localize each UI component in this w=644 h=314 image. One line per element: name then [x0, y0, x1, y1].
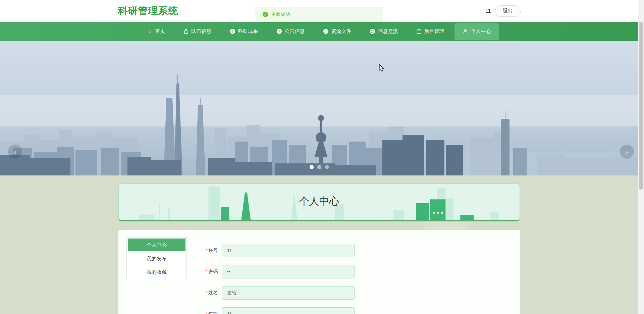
nav-item-label: 公告信息	[284, 28, 305, 35]
nav-item-label: 首页	[155, 28, 165, 35]
nav-item-label: 个人中心	[471, 28, 491, 35]
required-marker: *	[206, 269, 207, 274]
required-marker: *	[206, 290, 207, 295]
carousel-next-button[interactable]: ›	[620, 145, 634, 159]
account-input[interactable]	[222, 244, 355, 257]
carousel-dot-2[interactable]	[317, 165, 321, 169]
nav-item-label: 科研成果	[238, 28, 258, 35]
account-form-row: *账号	[198, 244, 355, 257]
sidebar-item-profile-center[interactable]: 个人中心	[128, 239, 185, 251]
password-input[interactable]	[222, 265, 355, 278]
site-title: 科研管理系统	[118, 4, 178, 18]
name-label: *姓名	[198, 290, 218, 296]
logout-button[interactable]: 退出	[495, 5, 521, 17]
age-label: *年龄	[198, 311, 218, 314]
city-skyline-image	[0, 41, 638, 175]
profile-sidebar-menu: 个人中心我的发布我的收藏	[126, 237, 187, 279]
carousel-dots	[310, 165, 329, 169]
user-icon	[463, 29, 468, 34]
nav-item-messages[interactable]: @信息交流	[362, 23, 406, 40]
nav-item-label: 后台管理	[424, 28, 444, 35]
required-marker: *	[206, 248, 207, 253]
password-label: *密码	[198, 269, 218, 275]
calendar-icon	[417, 29, 421, 34]
warning-icon: !	[230, 29, 235, 34]
sidebar-item-my-favorites[interactable]: 我的收藏	[127, 265, 186, 279]
page: 科研管理系统 11 退出 ✓ 更新成功 ☆首页队伍信息!科研成果?公告信息i资源…	[0, 0, 638, 314]
carousel-prev-button[interactable]: ‹	[8, 145, 22, 159]
nav-item-label: 队伍信息	[191, 28, 211, 35]
name-input[interactable]	[222, 286, 355, 300]
check-circle-icon: ✓	[263, 12, 268, 17]
password-form-row: *密码	[198, 265, 355, 278]
username-text: 11	[485, 8, 491, 14]
scrollbar-thumb[interactable]	[639, 22, 643, 190]
name-form-row: *姓名	[198, 286, 355, 300]
toast-message: 更新成功	[271, 11, 290, 17]
info-icon: i	[323, 29, 328, 34]
carousel-dot-3[interactable]	[325, 165, 329, 169]
content-card: 个人中心我的发布我的收藏 *账号*密码*姓名*年龄	[118, 230, 520, 314]
carousel-dot-1[interactable]	[310, 165, 314, 169]
main-navbar: ☆首页队伍信息!科研成果?公告信息i资源文件@信息交流后台管理个人中心	[0, 22, 638, 41]
sidebar-item-my-posts[interactable]: 我的发布	[127, 252, 186, 265]
lock-icon	[184, 29, 189, 34]
question-icon: ?	[277, 29, 282, 34]
at-icon: @	[370, 29, 375, 34]
nav-item-notice[interactable]: ?公告信息	[268, 23, 313, 40]
star-icon: ☆	[148, 29, 152, 34]
page-scrollbar[interactable]	[638, 0, 644, 314]
nav-item-label: 信息交流	[378, 28, 398, 35]
required-marker: *	[206, 311, 207, 314]
nav-item-home[interactable]: ☆首页	[139, 23, 173, 40]
nav-item-admin[interactable]: 后台管理	[408, 23, 452, 40]
banner-title: 个人中心	[119, 195, 520, 208]
profile-form: *账号*密码*姓名*年龄	[198, 244, 355, 314]
nav-item-team-info[interactable]: 队伍信息	[175, 23, 220, 40]
nav-item-research[interactable]: !科研成果	[222, 23, 266, 40]
hero-carousel: ‹ ›	[0, 41, 638, 175]
nav-item-label: 资源文件	[331, 28, 351, 35]
nav-item-resources[interactable]: i资源文件	[315, 23, 360, 40]
age-input[interactable]	[222, 307, 355, 314]
age-form-row: *年龄	[198, 307, 355, 314]
page-banner: 个人中心	[118, 184, 520, 221]
account-label: *账号	[198, 248, 218, 254]
success-toast: ✓ 更新成功	[256, 7, 383, 22]
nav-item-profile[interactable]: 个人中心	[454, 23, 499, 40]
